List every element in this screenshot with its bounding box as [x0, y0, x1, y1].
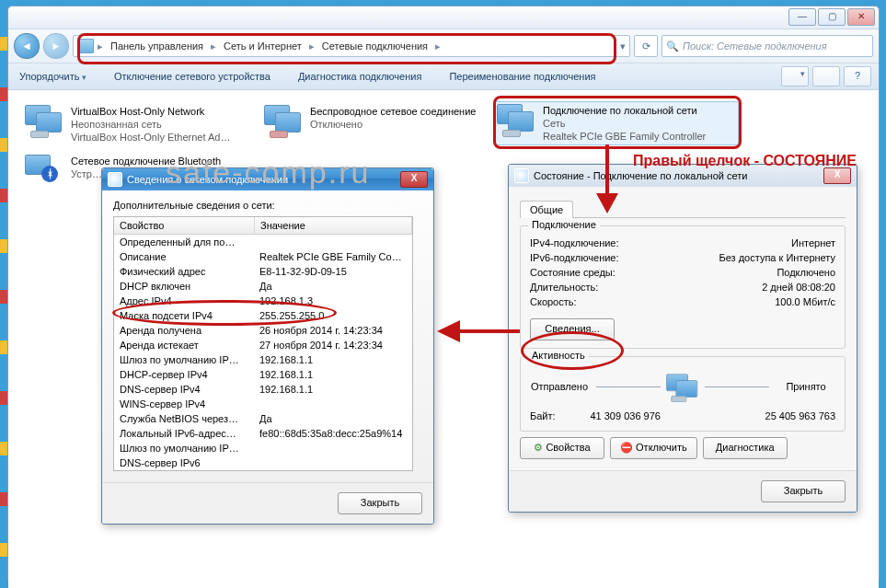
diagnose-cmd[interactable]: Диагностика подключения [294, 69, 425, 84]
table-row[interactable]: Аренда получена26 ноября 2014 г. 14:23:3… [114, 323, 412, 338]
table-row[interactable]: Маска подсети IPv4255.255.255.0 [114, 308, 412, 323]
breadcrumb-item[interactable]: Сеть и Интернет [220, 39, 305, 53]
connection-title: Беспроводное сетевое соединение [310, 105, 476, 118]
chevron-right-icon: ▸ [211, 40, 216, 52]
cell-value: 255.255.255.0 [254, 308, 412, 323]
cell-property: DNS-сервер IPv6 [114, 455, 254, 470]
connection-status: Отключено [310, 118, 476, 131]
value-bytes-recv: 25 405 963 763 [696, 410, 835, 421]
column-header-property[interactable]: Свойство [114, 217, 255, 234]
breadcrumb-item[interactable]: Сетевые подключения [318, 39, 431, 53]
cell-property: Шлюз по умолчанию IP… [114, 441, 254, 455]
cell-value: 26 ноября 2014 г. 14:23:34 [254, 323, 412, 338]
close-button[interactable]: X [823, 167, 851, 184]
value-speed: 100.0 Мбит/с [775, 296, 835, 307]
cell-property: Шлюз по умолчанию IP… [114, 352, 254, 367]
value-ipv6: Без доступа к Интернету [719, 252, 835, 263]
table-row[interactable]: Шлюз по умолчанию IP… [114, 441, 412, 455]
close-button[interactable]: ✕ [847, 8, 875, 26]
minimize-button[interactable]: — [788, 8, 816, 26]
cell-value: 192.168.1.3 [254, 294, 412, 308]
wireless-icon [264, 105, 303, 134]
value-media: Подключено [777, 267, 835, 278]
network-icon [666, 374, 699, 398]
column-header-value[interactable]: Значение [255, 217, 412, 234]
table-row[interactable]: DHCP включенДа [114, 279, 412, 294]
cell-value: 192.168.1.1 [254, 382, 412, 397]
value-bytes-sent: 41 309 036 976 [556, 410, 696, 421]
organize-menu[interactable]: Упорядочить [16, 69, 90, 84]
table-row[interactable]: Шлюз по умолчанию IP…192.168.1.1 [114, 352, 412, 367]
disable-button[interactable]: ⛔ Отключить [610, 437, 697, 459]
connection-status: Сеть [543, 117, 706, 130]
connection-item[interactable]: Беспроводное сетевое соединение Отключен… [264, 105, 485, 134]
help-button[interactable]: ? [844, 66, 871, 86]
cell-value: Да [254, 279, 412, 294]
cell-property: Аренда получена [114, 323, 254, 338]
maximize-button[interactable]: ▢ [818, 8, 846, 26]
view-menu[interactable]: ▾ [781, 66, 809, 86]
breadcrumb-bar[interactable]: ▸ Панель управления ▸ Сеть и Интернет ▸ … [73, 35, 630, 57]
breadcrumb-item[interactable]: Панель управления [107, 39, 207, 53]
table-row[interactable]: Аренда истекает27 ноября 2014 г. 14:23:3… [114, 338, 412, 352]
dialog-titlebar[interactable]: Состояние - Подключение по локальной сет… [509, 165, 857, 187]
connection-device: Realtek PCIe GBE Family Controller [543, 130, 706, 143]
connection-item-selected[interactable]: Подключение по локальной сети Сеть Realt… [494, 101, 739, 145]
back-button[interactable]: ◄ [14, 33, 40, 59]
cell-value: Realtek PCIe GBE Family Controller [254, 249, 412, 264]
table-row[interactable]: DHCP-сервер IPv4192.168.1.1 [114, 367, 412, 382]
details-table: Свойство Значение Определенный для по…Оп… [113, 216, 413, 471]
dialog-icon [108, 172, 122, 187]
details-button[interactable]: Сведения... [530, 318, 615, 340]
cell-value: fe80::68d5:35a8:decc:25a9%14 [254, 426, 412, 441]
cell-value [254, 397, 412, 411]
table-row[interactable]: WINS-сервер IPv4 [114, 397, 412, 411]
table-row[interactable]: Физический адресE8-11-32-9D-09-15 [114, 264, 412, 279]
value-ipv4: Интернет [791, 237, 835, 248]
table-row[interactable]: ОписаниеRealtek PCIe GBE Family Controll… [114, 249, 412, 264]
search-placeholder: Поиск: Сетевые подключения [683, 40, 827, 52]
disable-device-cmd[interactable]: Отключение сетевого устройства [110, 69, 274, 84]
properties-button[interactable]: ⚙ Свойства [520, 437, 604, 459]
cell-value [254, 235, 412, 249]
preview-pane-button[interactable] [812, 66, 840, 86]
forward-button[interactable]: ► [43, 33, 69, 59]
close-button[interactable]: Закрыть [338, 492, 422, 514]
chevron-right-icon: ▸ [309, 40, 315, 52]
cell-property: Локальный IPv6-адрес… [114, 426, 254, 441]
table-row[interactable]: Служба NetBIOS через…Да [114, 411, 412, 426]
label-ipv6: IPv6-подключение: [530, 252, 619, 263]
details-subtitle: Дополнительные сведения о сети: [113, 200, 422, 211]
window-titlebar[interactable]: — ▢ ✕ [8, 6, 879, 29]
refresh-button[interactable]: ⟳ [634, 35, 658, 57]
cell-property: Адрес IPv4 [114, 294, 254, 308]
cell-property: Аренда истекает [114, 338, 254, 352]
label-ipv4: IPv4-подключение: [530, 237, 619, 248]
nav-row: ◄ ► ▸ Панель управления ▸ Сеть и Интерне… [8, 29, 879, 63]
close-button[interactable]: Закрыть [761, 480, 846, 502]
connection-item[interactable]: VirtualBox Host-Only Network Неопознанна… [25, 105, 246, 144]
table-row[interactable]: DNS-сервер IPv4192.168.1.1 [114, 382, 412, 397]
command-bar: Упорядочить Отключение сетевого устройст… [8, 63, 879, 90]
diagnose-button[interactable]: Диагностика [703, 437, 788, 459]
close-button[interactable]: X [400, 171, 428, 188]
search-icon: 🔍 [666, 40, 679, 52]
table-row[interactable]: DNS-сервер IPv6 [114, 455, 412, 470]
dialog-titlebar[interactable]: Сведения о сетевом подключении X [102, 168, 433, 190]
cell-value [254, 455, 412, 470]
connection-title: VirtualBox Host-Only Network [71, 105, 230, 118]
table-row[interactable]: Адрес IPv4192.168.1.3 [114, 294, 412, 308]
cell-property: Маска подсети IPv4 [114, 308, 254, 323]
label-bytes: Байт: [530, 410, 556, 421]
tab-general[interactable]: Общие [520, 201, 573, 218]
table-row[interactable]: Локальный IPv6-адрес…fe80::68d5:35a8:dec… [114, 426, 412, 441]
rename-cmd[interactable]: Переименование подключения [445, 69, 599, 84]
search-input[interactable]: 🔍 Поиск: Сетевые подключения [662, 35, 873, 57]
dialog-icon [514, 168, 529, 183]
chevron-down-icon[interactable]: ▾ [620, 40, 626, 52]
cell-property: Описание [114, 249, 254, 264]
group-title: Активность [528, 350, 589, 361]
group-title: Подключение [528, 219, 600, 230]
network-adapter-icon [25, 105, 63, 134]
table-row[interactable]: Определенный для по… [114, 235, 412, 249]
